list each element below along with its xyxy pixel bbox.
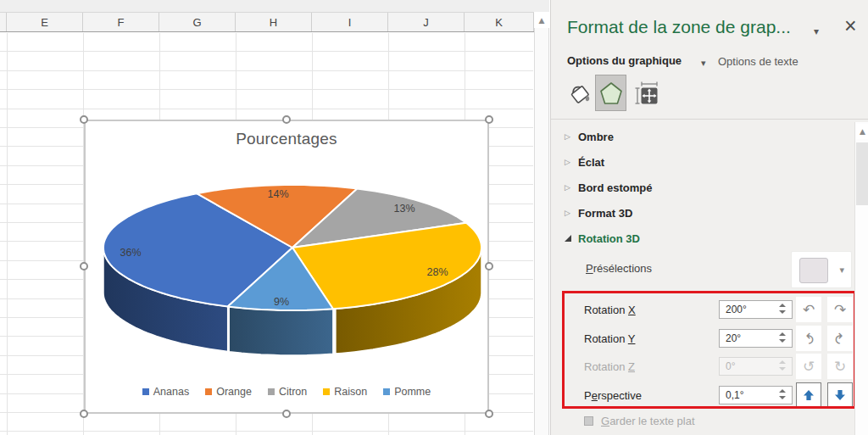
pane-scroll-up-icon[interactable]: ▲	[856, 124, 868, 139]
selection-handle[interactable]	[80, 262, 88, 270]
fill-line-tab[interactable]	[565, 75, 596, 111]
column-header-G[interactable]: G	[159, 13, 236, 31]
pitch-up-button[interactable]: ↶	[796, 326, 821, 351]
collapsed-triangle-icon: ▷	[565, 209, 578, 217]
tab-text-options[interactable]: Options de texte	[718, 55, 798, 68]
perspective-up-button[interactable]	[796, 382, 821, 408]
worksheet-grid[interactable]: EFGHIJK Pourcentages 36%14%13%28%9% Anan…	[0, 0, 534, 435]
spin-up-icon[interactable]	[779, 389, 786, 393]
rotation-z-value: 0°	[726, 360, 735, 372]
legend-item-ananas[interactable]: Ananas	[142, 386, 189, 398]
legend-label: Raison	[334, 386, 367, 398]
selection-handle[interactable]	[282, 115, 291, 124]
collapsed-triangle-icon: ▷	[565, 158, 578, 166]
section-label: Ombre	[578, 131, 614, 143]
rotation-x-input[interactable]: 200°	[719, 300, 793, 319]
gridline	[0, 70, 533, 71]
legend-item-raison[interactable]: Raison	[323, 386, 367, 398]
spin-down-icon[interactable]	[779, 310, 786, 314]
size-properties-icon	[633, 80, 660, 107]
perspective-spinner[interactable]	[779, 389, 787, 401]
column-header-J[interactable]: J	[388, 13, 465, 31]
section-label: Rotation 3D	[578, 232, 640, 245]
yaw-right-icon: ↷	[834, 301, 846, 318]
section-label: Éclat	[578, 156, 604, 169]
keep-text-flat-checkbox[interactable]	[584, 416, 593, 426]
roll-right-icon: ↻	[834, 358, 846, 375]
section-rotation-3d[interactable]: Rotation 3D	[551, 228, 839, 248]
perspective-value: 0,1°	[726, 389, 743, 401]
pitch-down-button[interactable]: ↷	[827, 326, 853, 351]
pie-chart-3d: 36%14%13%28%9%	[84, 120, 489, 414]
pane-scrollbar[interactable]: ▲	[854, 122, 868, 435]
rotation-y-spinner[interactable]	[779, 332, 787, 344]
selection-handle[interactable]	[282, 410, 291, 418]
spin-up-icon[interactable]	[779, 304, 786, 307]
spin-down-icon[interactable]	[779, 367, 786, 371]
selection-handle[interactable]	[485, 262, 493, 270]
spin-down-icon[interactable]	[779, 339, 786, 343]
column-header-H[interactable]: H	[236, 13, 312, 31]
close-icon[interactable]: ×	[844, 15, 857, 36]
legend-label: Citron	[279, 386, 307, 398]
worksheet-scrollbar[interactable]	[534, 0, 549, 435]
legend-item-orange[interactable]: Orange	[205, 386, 252, 398]
rotation-x-spinner[interactable]	[779, 304, 787, 315]
keep-text-flat-label: Garder le texte plat	[601, 415, 695, 427]
column-header[interactable]	[0, 13, 7, 31]
selection-handle[interactable]	[485, 115, 493, 124]
rotation-z-input: 0°	[719, 357, 793, 376]
data-label-ananas[interactable]: 36%	[120, 247, 141, 259]
legend-label: Ananas	[153, 386, 189, 398]
presets-dropdown[interactable]: ▾	[791, 251, 852, 288]
selection-handle[interactable]	[80, 115, 88, 124]
yaw-left-button[interactable]: ↶	[796, 297, 821, 322]
gridline	[0, 51, 533, 52]
column-header-I[interactable]: I	[312, 13, 388, 31]
perspective-down-icon	[833, 388, 847, 402]
section-éclat[interactable]: ▷Éclat	[551, 152, 839, 172]
chart-options-caret-icon[interactable]: ▾	[701, 58, 706, 69]
legend-item-citron[interactable]: Citron	[268, 386, 307, 398]
scroll-up-icon[interactable]: ▲	[534, 12, 549, 28]
column-header-E[interactable]: E	[7, 13, 83, 31]
spin-down-icon[interactable]	[779, 396, 786, 399]
preset-thumbnail	[799, 258, 828, 283]
column-header-K[interactable]: K	[465, 13, 534, 31]
roll-left-button: ↺	[796, 354, 821, 379]
spin-up-icon[interactable]	[779, 360, 786, 364]
roll-right-button: ↻	[827, 354, 853, 379]
pane-scroll-thumb[interactable]	[856, 142, 868, 205]
legend-swatch	[323, 388, 330, 395]
perspective-down-button[interactable]	[827, 382, 853, 408]
tab-chart-options[interactable]: Options du graphique	[567, 54, 682, 67]
rotation-z-spinner[interactable]	[779, 360, 787, 372]
pie-side-pomme[interactable]	[229, 307, 333, 355]
presets-label: Présélections	[586, 262, 652, 275]
legend-item-pomme[interactable]: Pomme	[383, 386, 431, 398]
chart-object[interactable]: Pourcentages 36%14%13%28%9% AnanasOrange…	[84, 120, 489, 414]
effects-tab[interactable]	[595, 75, 626, 111]
excel-window: EFGHIJK Pourcentages 36%14%13%28%9% Anan…	[0, 0, 868, 435]
size-properties-tab[interactable]	[631, 75, 662, 111]
worksheet-scrollbar-corner	[534, 0, 549, 12]
selection-handle[interactable]	[80, 410, 88, 418]
column-header-F[interactable]: F	[83, 13, 159, 31]
legend-swatch	[268, 388, 275, 395]
rotation-y-input[interactable]: 20°	[719, 329, 793, 348]
chart-legend[interactable]: AnanasOrangeCitronRaisonPomme	[84, 384, 489, 399]
column-headers[interactable]: EFGHIJK	[0, 12, 534, 32]
data-label-orange[interactable]: 14%	[267, 188, 288, 200]
legend-swatch	[142, 388, 149, 395]
section-format-3d[interactable]: ▷Format 3D	[551, 203, 839, 223]
section-bord-estompé[interactable]: ▷Bord estompé	[551, 177, 839, 198]
pane-title-caret-icon[interactable]: ▾	[814, 25, 819, 37]
data-label-citron[interactable]: 13%	[393, 203, 415, 215]
yaw-right-button[interactable]: ↷	[827, 297, 853, 322]
spin-up-icon[interactable]	[779, 332, 786, 336]
perspective-input[interactable]: 0,1°	[719, 386, 793, 404]
data-label-raison[interactable]: 28%	[426, 266, 448, 278]
data-label-pomme[interactable]: 9%	[274, 296, 289, 308]
section-ombre[interactable]: ▷Ombre	[551, 126, 839, 147]
selection-handle[interactable]	[485, 410, 493, 418]
